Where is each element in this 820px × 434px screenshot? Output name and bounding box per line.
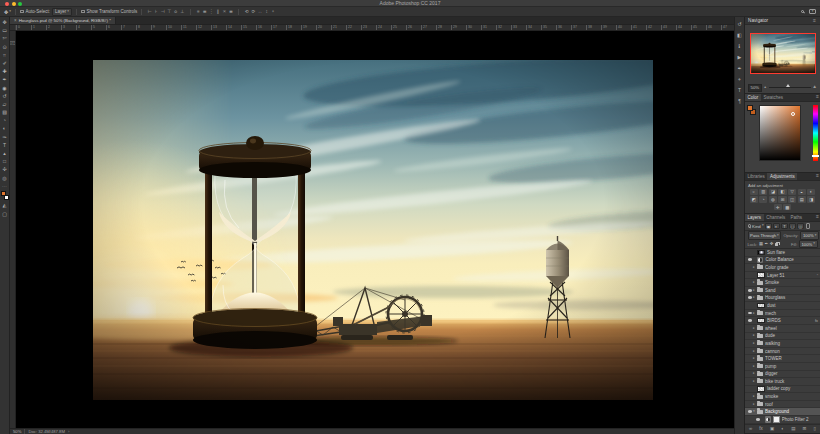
filter-toggle-icon[interactable] [806,223,810,228]
foreground-color-swatch[interactable] [1,191,6,196]
visibility-toggle-icon[interactable] [748,312,752,315]
eyedropper-tool[interactable]: ✐ [0,59,9,67]
panel-icon-info[interactable]: ℹ [739,43,741,49]
tab-layers[interactable]: Layers [745,214,764,221]
blur-tool[interactable]: ◔ [0,116,9,124]
blend-mode-select[interactable]: Pass Through ▾ [748,231,782,239]
visibility-toggle-icon[interactable] [748,296,752,299]
close-window-button[interactable] [5,2,9,6]
path-selection-tool[interactable]: ▴ [0,149,9,157]
navigator-zoom-field[interactable]: 50% [748,84,762,92]
adjustment-channel-mixer[interactable]: ◍ [769,196,777,203]
new-adjustment-icon[interactable]: ◐ [781,427,784,432]
3d-roll-icon[interactable]: ⟳ [250,9,257,14]
distribute-right-icon[interactable]: ≣ [228,9,235,14]
quick-mask-icon[interactable]: ◭ [0,201,9,209]
distribute-center-v-icon[interactable]: ≣ [202,9,209,14]
canvas[interactable] [16,31,734,428]
adjustment-exposure[interactable]: ◧ [778,189,786,196]
3d-drag-icon[interactable]: ↔ [257,9,264,14]
document-image[interactable] [93,60,653,400]
layer-effects-icon[interactable]: fx [759,427,763,432]
shape-tool[interactable]: □ [0,157,9,165]
history-brush-tool[interactable]: ↺ [0,92,9,100]
adjustment-curves[interactable]: ◪ [769,189,777,196]
horizontal-ruler[interactable]: 0123456789101112131415161718192021222324… [16,25,734,30]
type-tool[interactable]: T [0,141,9,149]
move-tool[interactable]: ✥ [0,18,9,26]
adjustment-black-white[interactable]: ◩ [750,196,758,203]
visibility-toggle-icon[interactable] [748,319,752,322]
crop-tool[interactable]: ⌗ [0,51,9,59]
align-left-icon[interactable]: ⊢ [146,9,153,14]
adjustment-vibrance[interactable]: ▽ [788,189,796,196]
layer-row-Background[interactable]: Background [745,408,820,416]
close-tab-icon[interactable]: × [14,18,17,23]
panel-icon-actions[interactable]: ▶ [738,54,742,60]
zoom-tool[interactable]: ◎ [0,174,9,182]
lock-all-icon[interactable] [775,243,778,246]
adjustment-photo-filter[interactable]: ◔ [759,196,767,203]
tab-paths[interactable]: Paths [788,214,805,221]
distribute-bottom-icon[interactable]: ⋮ [208,9,215,14]
adjustment-posterize[interactable]: ▤ [798,196,806,203]
distribute-center-h-icon[interactable]: ≍ [221,9,228,14]
foreground-background-swatches[interactable] [1,191,9,200]
slider-thumb[interactable] [786,84,790,87]
adjustment-selective-color[interactable]: ✛ [774,204,782,211]
hand-tool[interactable]: ✣ [0,165,9,173]
distribute-top-icon[interactable]: ≡ [195,9,202,14]
filter-type-icon[interactable]: T [781,223,788,229]
layer-row-Color-grade[interactable]: Color grade [745,264,820,272]
layer-row-bike-truck[interactable]: bike truck [745,378,820,386]
slider-track[interactable] [769,87,811,88]
layer-thumbnail[interactable] [757,386,765,392]
document-tab[interactable]: × Hourglass.psd @ 50% (Background, RGB/8… [10,17,116,24]
adjustment-color-balance[interactable]: ◐ [807,189,815,196]
3d-slide-icon[interactable]: ↕ [263,9,270,14]
clone-stamp-tool[interactable]: ◉ [0,84,9,92]
align-bottom-icon[interactable]: ⊥ [179,9,186,14]
visibility-toggle-icon[interactable] [748,289,752,292]
tab-adjustments[interactable]: Adjustments [767,173,797,180]
color-picker-cursor[interactable] [791,112,795,116]
new-group-icon[interactable]: ▤ [791,427,795,432]
panel-icon-properties[interactable]: ◧ [737,32,742,38]
align-top-icon[interactable]: ⊤ [166,9,173,14]
fill-field[interactable]: 100% ▾ [799,240,818,248]
panel-menu-icon[interactable]: ≡ [816,173,820,180]
layer-row-Sun-flare[interactable]: Sun flare [745,249,820,257]
panel-menu-icon[interactable]: ≡ [816,94,820,101]
adjustment-threshold[interactable]: ◨ [807,196,815,203]
new-layer-icon[interactable]: ⊞ [803,427,807,432]
adjustment-color-lookup[interactable]: ⊞ [778,196,786,203]
navigator-zoom-slider[interactable]: ▲ ▲ [764,85,817,90]
panel-icon-character[interactable]: T [738,87,741,93]
layer-row-Photo-Filter-2[interactable]: Photo Filter 2 [745,416,820,424]
navigator-proxy-view[interactable] [750,33,816,74]
hue-slider[interactable] [813,105,818,161]
align-center-h-icon[interactable]: ⊦ [153,9,160,14]
tab-swatches[interactable]: Swatches [761,94,786,101]
navigator-thumbnail[interactable] [750,33,816,74]
workspace-switcher-icon[interactable]: ▾ [809,9,816,14]
lock-pixels-icon[interactable]: ✒ [765,242,769,246]
layer-row-Hourglass[interactable]: Hourglass [745,295,820,303]
3d-rotate-icon[interactable]: ⟲ [243,9,250,14]
screen-mode-icon[interactable]: ▢ [0,210,9,218]
link-layers-icon[interactable]: ∞ [749,427,752,432]
align-center-v-icon[interactable]: ≎ [173,9,180,14]
filter-smart-icon[interactable]: ◫ [797,223,804,229]
pen-tool[interactable]: ✑ [0,133,9,141]
add-mask-icon[interactable]: ▣ [770,427,774,432]
tab-channels[interactable]: Channels [764,214,788,221]
adjustment-hue-saturation[interactable]: ◒ [798,189,806,196]
panel-icon-brushes[interactable]: ✒ [737,65,741,71]
layer-thumbnail[interactable] [765,416,771,422]
auto-select-checkbox[interactable] [20,10,24,14]
filter-shape-icon[interactable]: ▢ [789,223,796,229]
distribute-left-icon[interactable]: ∥ [215,9,222,14]
3d-scale-icon[interactable]: ⌖ [270,9,277,14]
layer-thumbnail[interactable] [757,250,765,256]
foreground-color-swatch[interactable] [747,105,753,111]
